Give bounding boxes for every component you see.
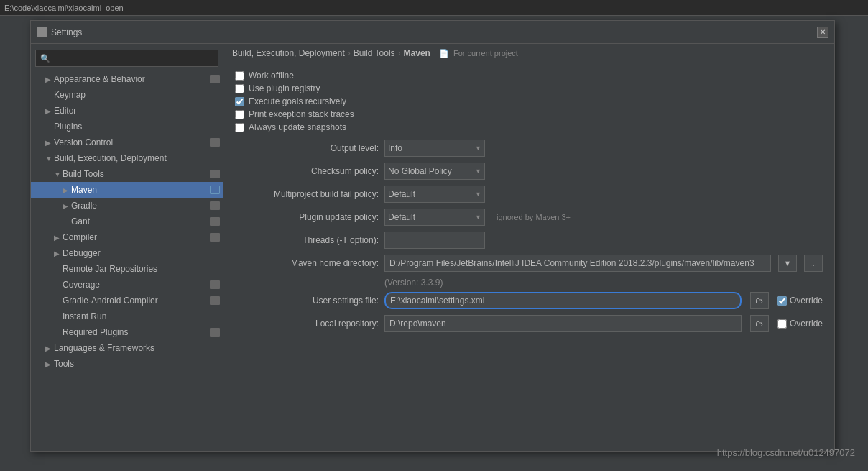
content-area: Build, Execution, Deployment › Build Too… — [223, 44, 834, 451]
sidebar-item-maven[interactable]: ▶ Maven — [31, 182, 223, 198]
checksum-policy-dropdown[interactable]: No Global Policy ▼ — [384, 163, 485, 180]
sidebar-item-appearance[interactable]: ▶ Appearance & Behavior — [31, 71, 223, 87]
sidebar-item-required-plugins[interactable]: Required Plugins — [31, 324, 223, 340]
chevron-down-icon: ▼ — [475, 145, 481, 152]
arrow-icon: ▶ — [45, 360, 54, 368]
always-update-checkbox[interactable] — [235, 123, 244, 132]
arrow-icon: ▶ — [63, 202, 71, 210]
arrow-icon — [45, 123, 54, 131]
sidebar-item-label: Languages & Frameworks — [54, 343, 154, 353]
user-settings-override-checkbox[interactable] — [777, 296, 787, 306]
print-exception-label: Print exception stack traces — [249, 109, 354, 119]
sidebar-item-compiler[interactable]: ▶ Compiler — [31, 229, 223, 245]
sidebar-item-label: Instant Run — [63, 311, 106, 321]
arrow-icon: ▶ — [45, 107, 54, 115]
sidebar-item-vcs[interactable]: ▶ Version Control — [31, 134, 223, 150]
sidebar-item-label: Build Tools — [63, 169, 104, 179]
threads-input[interactable] — [384, 232, 485, 249]
sidebar-item-label: Maven — [71, 185, 97, 195]
sidebar-item-build-tools[interactable]: ▼ Build Tools — [31, 166, 223, 182]
settings-badge-icon — [210, 233, 220, 242]
search-box[interactable]: 🔍 — [35, 50, 218, 67]
sidebar-item-label: Debugger — [63, 248, 101, 258]
search-input[interactable] — [53, 53, 213, 63]
dialog-body: 🔍 ▶ Appearance & Behavior Keymap ▶ Edito… — [31, 44, 834, 451]
sidebar-item-plugins[interactable]: Plugins — [31, 119, 223, 134]
maven-home-browse-btn[interactable]: … — [804, 255, 823, 272]
output-level-label: Output level: — [235, 143, 379, 153]
print-exception-row: Print exception stack traces — [235, 109, 823, 119]
output-level-dropdown[interactable]: Info ▼ — [384, 140, 485, 157]
settings-dialog: Settings ✕ 🔍 ▶ Appearance & Behavior Key… — [30, 20, 835, 452]
user-settings-override-label: Override — [790, 296, 823, 306]
local-repo-input[interactable] — [384, 315, 742, 332]
sidebar-item-label: Version Control — [54, 137, 113, 147]
sidebar-item-label: Editor — [54, 106, 76, 116]
work-offline-row: Work offline — [235, 70, 823, 81]
local-repo-label: Local repository: — [235, 319, 379, 329]
sidebar-item-label: Plugins — [54, 122, 82, 132]
sidebar-item-editor[interactable]: ▶ Editor — [31, 103, 223, 119]
user-settings-input[interactable] — [384, 292, 742, 309]
sidebar-item-label: Build, Execution, Deployment — [54, 153, 167, 163]
plugin-update-dropdown[interactable]: Default ▼ — [384, 209, 485, 226]
arrow-icon: ▶ — [45, 344, 54, 352]
local-repo-row: Local repository: 🗁 Override — [235, 315, 823, 332]
work-offline-checkbox[interactable] — [235, 71, 244, 81]
sidebar-item-instant-run[interactable]: Instant Run — [31, 308, 223, 324]
top-bar-path: E:\code\xiaocaimi\xiaocaimi_open — [4, 4, 124, 12]
sidebar-item-debugger[interactable]: ▶ Debugger — [31, 245, 223, 261]
print-exception-checkbox[interactable] — [235, 110, 244, 119]
sidebar-item-label: Gradle — [71, 201, 97, 211]
arrow-icon: ▶ — [45, 76, 54, 83]
checksum-policy-value: No Global Policy — [388, 166, 452, 176]
settings-badge-icon — [210, 217, 220, 226]
use-plugin-registry-checkbox[interactable] — [235, 84, 244, 93]
user-settings-row: User settings file: 🗁 Override — [235, 292, 823, 309]
close-button[interactable]: ✕ — [817, 27, 828, 38]
settings-badge-icon — [210, 201, 220, 210]
arrow-icon — [54, 281, 63, 289]
sidebar-item-keymap[interactable]: Keymap — [31, 87, 223, 103]
settings-badge-icon — [210, 170, 220, 178]
arrow-icon — [45, 91, 54, 99]
chevron-down-icon: ▼ — [475, 168, 481, 175]
arrow-icon: ▶ — [63, 186, 71, 194]
sidebar-item-label: Tools — [54, 359, 74, 369]
output-level-value: Info — [388, 143, 402, 153]
maven-home-input[interactable] — [384, 255, 771, 272]
settings-badge-icon — [210, 296, 220, 305]
always-update-row: Always update snapshots — [235, 122, 823, 132]
user-settings-browse-btn[interactable]: 🗁 — [750, 292, 769, 309]
settings-badge-icon — [210, 138, 220, 147]
sidebar-item-build-execution[interactable]: ▼ Build, Execution, Deployment — [31, 150, 223, 166]
threads-row: Threads (-T option): — [235, 232, 823, 249]
execute-goals-label: Execute goals recursively — [249, 96, 346, 106]
local-repo-browse-btn[interactable]: 🗁 — [750, 315, 769, 332]
breadcrumb: Build, Execution, Deployment › Build Too… — [223, 44, 834, 63]
multiproject-dropdown[interactable]: Default ▼ — [384, 186, 485, 203]
plugin-update-row: Plugin update policy: Default ▼ ignored … — [235, 209, 823, 226]
sidebar-item-gant[interactable]: Gant — [31, 214, 223, 229]
local-repo-override-label: Override — [790, 319, 823, 329]
chevron-down-icon: ▼ — [475, 191, 481, 198]
checksum-policy-label: Checksum policy: — [235, 166, 379, 176]
arrow-icon: ▼ — [54, 170, 63, 178]
execute-goals-checkbox[interactable] — [235, 97, 244, 106]
sidebar-item-remote-jar[interactable]: Remote Jar Repositories — [31, 261, 223, 277]
sidebar-item-gradle[interactable]: ▶ Gradle — [31, 198, 223, 214]
checksum-policy-row: Checksum policy: No Global Policy ▼ — [235, 163, 823, 180]
sidebar-item-label: Gant — [71, 216, 90, 227]
sidebar-item-tools[interactable]: ▶ Tools — [31, 356, 223, 372]
local-repo-override-checkbox[interactable] — [777, 319, 787, 329]
arrow-icon — [54, 297, 63, 305]
plugin-update-label: Plugin update policy: — [235, 212, 379, 222]
arrow-icon — [63, 218, 71, 226]
maven-home-dropdown-btn[interactable]: ▼ — [778, 255, 797, 272]
sidebar-item-label: Remote Jar Repositories — [63, 264, 157, 274]
sidebar-item-label: Appearance & Behavior — [54, 74, 145, 84]
sidebar-item-gradle-android[interactable]: Gradle-Android Compiler — [31, 293, 223, 308]
sidebar-item-coverage[interactable]: Coverage — [31, 277, 223, 293]
breadcrumb-current: Maven — [404, 48, 430, 58]
sidebar-item-languages[interactable]: ▶ Languages & Frameworks — [31, 340, 223, 356]
